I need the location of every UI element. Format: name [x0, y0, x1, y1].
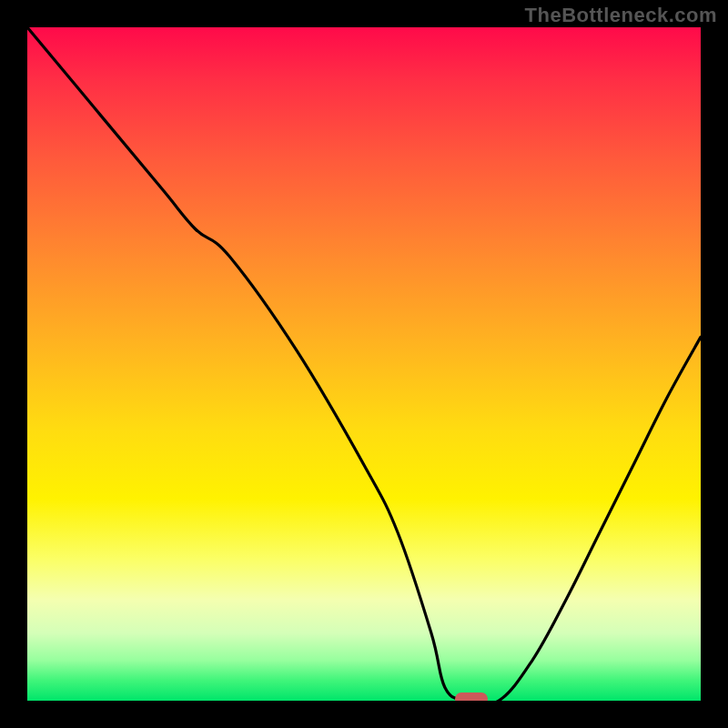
plot-area — [27, 27, 701, 701]
chart-frame: TheBottleneck.com — [0, 0, 728, 728]
optimal-marker — [455, 693, 488, 701]
watermark-text: TheBottleneck.com — [525, 4, 717, 27]
bottleneck-curve — [27, 27, 701, 701]
